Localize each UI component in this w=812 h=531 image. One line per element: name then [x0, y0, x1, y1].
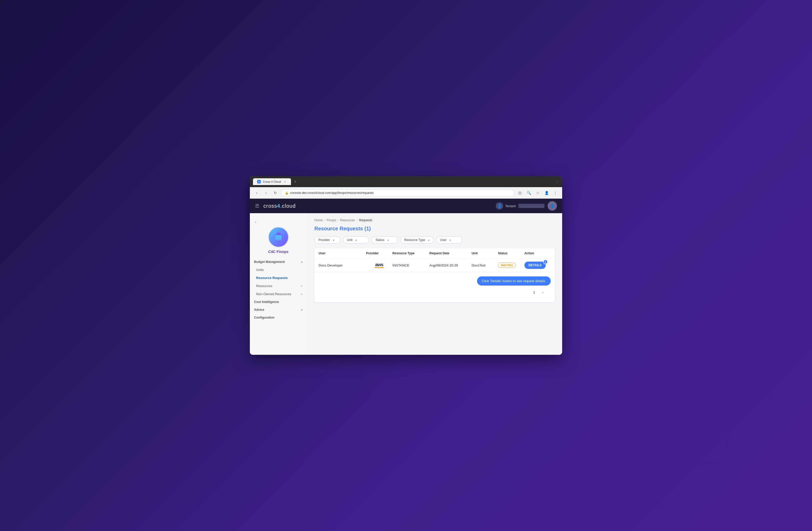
- user-filter-chevron: ∨: [449, 239, 451, 242]
- forward-button[interactable]: ›: [262, 189, 270, 197]
- pagination-next-button[interactable]: ›: [539, 289, 547, 296]
- hamburger-button[interactable]: ☰: [255, 203, 259, 209]
- breadcrumb: Home / Finops / Resources / Requests: [314, 218, 555, 222]
- sidebar-item-non-owned-resources[interactable]: Non-Owned Resources ∨: [250, 290, 307, 298]
- sidebar-item-resources[interactable]: Resources ∨: [250, 282, 307, 290]
- advice-chevron: ∨: [301, 308, 303, 311]
- sidebar-item-units[interactable]: Units: [250, 266, 307, 274]
- cell-status: WAITING: [498, 263, 524, 268]
- resources-label: Resources: [256, 284, 272, 288]
- tooltip-bubble: Click 'Details' button to see request de…: [477, 276, 551, 286]
- status-filter[interactable]: Status ∨: [372, 236, 398, 244]
- cell-action: DETAILS 1: [524, 262, 551, 269]
- tab-close-button[interactable]: ✕: [283, 180, 287, 184]
- pagination-number: 1: [531, 289, 537, 296]
- resource-type-filter-chevron: ∨: [428, 239, 430, 242]
- tenant-icon: 👤: [496, 202, 503, 210]
- non-owned-resources-label: Non-Owned Resources: [256, 292, 291, 296]
- status-filter-label: Status: [376, 238, 385, 242]
- units-label: Units: [256, 268, 264, 272]
- col-resource-type: Resource Type: [392, 252, 430, 255]
- zoom-icon[interactable]: 🔍: [525, 189, 533, 197]
- sidebar-item-resource-requests[interactable]: Resource Requests: [250, 274, 307, 282]
- url-text: console.dev.cross4cloud.com/app/finops/r…: [290, 191, 374, 195]
- cost-intelligence-label: Cost Intelligence: [254, 300, 279, 304]
- tooltip-text: Click 'Details' button to see request de…: [482, 279, 546, 283]
- app-logo: cross4.cloud: [263, 203, 296, 209]
- col-unit: Unit: [472, 252, 498, 255]
- tab-favicon: 4: [257, 180, 261, 184]
- new-tab-button[interactable]: +: [292, 180, 299, 184]
- tenant-label: Tenant:: [505, 204, 516, 208]
- profile-icon[interactable]: 👤: [543, 189, 550, 197]
- unit-filter[interactable]: Unit ∨: [343, 236, 369, 244]
- cell-unit: DocsTest: [472, 263, 498, 267]
- unit-filter-chevron: ∨: [355, 239, 357, 242]
- advice-label: Advice: [254, 308, 264, 312]
- resource-type-filter-label: Resource Type: [404, 238, 425, 242]
- user-filter[interactable]: User ∨: [436, 236, 462, 244]
- table-row: Docs Developer aws INSTANCE Aug: [314, 258, 555, 272]
- sidebar: ‹: [250, 213, 307, 355]
- configuration-label: Configuration: [254, 316, 275, 319]
- tenant-name-bar: [519, 204, 545, 208]
- bookmark-icon[interactable]: ☆: [534, 189, 541, 197]
- cast-icon[interactable]: ⊡: [516, 189, 524, 197]
- sidebar-avatar-section: ‹: [250, 217, 307, 258]
- filters-row: Provider ∨ Unit ∨ Status ∨ Resource Type…: [314, 236, 555, 244]
- notification-badge: 1: [543, 259, 548, 264]
- requests-table: User Provider Resource Type Request Date…: [314, 248, 555, 302]
- breadcrumb-finops[interactable]: Finops: [327, 218, 336, 222]
- sidebar-section-header-budget-management[interactable]: Budget Management ∧: [250, 258, 307, 266]
- cell-request-date: Aug/08/2024 20:29: [430, 263, 472, 267]
- provider-filter[interactable]: Provider ∨: [314, 236, 340, 244]
- more-icon[interactable]: ⋮: [552, 189, 559, 197]
- tooltip-container: Click 'Details' button to see request de…: [319, 276, 551, 286]
- browser-controls: ‹ › ↻ 🔒 console.dev.cross4cloud.com/app/…: [250, 187, 562, 199]
- col-status: Status: [498, 252, 524, 255]
- main-layout: ‹: [250, 213, 562, 355]
- cell-user: Docs Developer: [319, 263, 366, 267]
- sidebar-section-budget-management: Budget Management ∧ Units Resource Reque…: [250, 258, 307, 298]
- provider-filter-chevron: ∨: [333, 239, 334, 242]
- cell-resource-type: INSTANCE: [392, 263, 430, 267]
- unit-filter-label: Unit: [347, 238, 352, 242]
- aws-logo: aws: [366, 262, 392, 268]
- aws-text: aws: [375, 262, 383, 267]
- sidebar-navigation: Budget Management ∧ Units Resource Reque…: [250, 258, 307, 321]
- breadcrumb-sep-1: /: [324, 218, 325, 222]
- breadcrumb-home[interactable]: Home: [314, 218, 323, 222]
- sidebar-section-advice: Advice ∨: [250, 306, 307, 314]
- details-button[interactable]: DETAILS 1: [524, 262, 546, 269]
- browser-tabs: 4 Cross 4 Cloud ✕ +: [253, 178, 553, 185]
- provider-filter-label: Provider: [318, 238, 330, 242]
- col-user: User: [319, 252, 366, 255]
- sidebar-collapse-button[interactable]: ‹: [254, 219, 257, 225]
- breadcrumb-sep-3: /: [357, 218, 357, 222]
- active-tab[interactable]: 4 Cross 4 Cloud ✕: [253, 178, 291, 185]
- sidebar-section-header-advice[interactable]: Advice ∨: [250, 306, 307, 314]
- resource-type-filter[interactable]: Resource Type ∨: [400, 236, 434, 244]
- browser-window: 4 Cross 4 Cloud ✕ + ⋮ ‹ › ↻ 🔒 console.de…: [250, 176, 562, 355]
- breadcrumb-sep-2: /: [337, 218, 338, 222]
- pagination-row: 1 ›: [319, 286, 551, 299]
- page-title: Resource Requests (1): [314, 226, 555, 232]
- table-footer: Click 'Details' button to see request de…: [314, 272, 555, 302]
- back-button[interactable]: ‹: [253, 189, 260, 197]
- aws-underline: [375, 267, 384, 268]
- address-bar[interactable]: 🔒 console.dev.cross4cloud.com/app/finops…: [281, 189, 514, 196]
- content-area: Home / Finops / Resources / Requests Res…: [307, 213, 562, 355]
- tab-title: Cross 4 Cloud: [263, 180, 281, 183]
- sidebar-section-header-cost-intelligence[interactable]: Cost Intelligence: [250, 298, 307, 306]
- user-avatar-button[interactable]: 👤: [548, 201, 557, 211]
- refresh-button[interactable]: ↻: [272, 189, 279, 197]
- col-provider: Provider: [366, 252, 392, 255]
- sidebar-org-name: C4C Finops: [268, 249, 289, 254]
- sidebar-avatar: [268, 227, 289, 247]
- breadcrumb-resources[interactable]: Resources: [340, 218, 355, 222]
- tenant-section: 👤 Tenant:: [496, 202, 545, 210]
- top-navigation: ☰ cross4.cloud 👤 Tenant: 👤: [250, 199, 562, 213]
- sidebar-section-header-configuration[interactable]: Configuration: [250, 314, 307, 321]
- resource-requests-label: Resource Requests: [256, 276, 288, 280]
- cell-provider: aws: [366, 262, 392, 268]
